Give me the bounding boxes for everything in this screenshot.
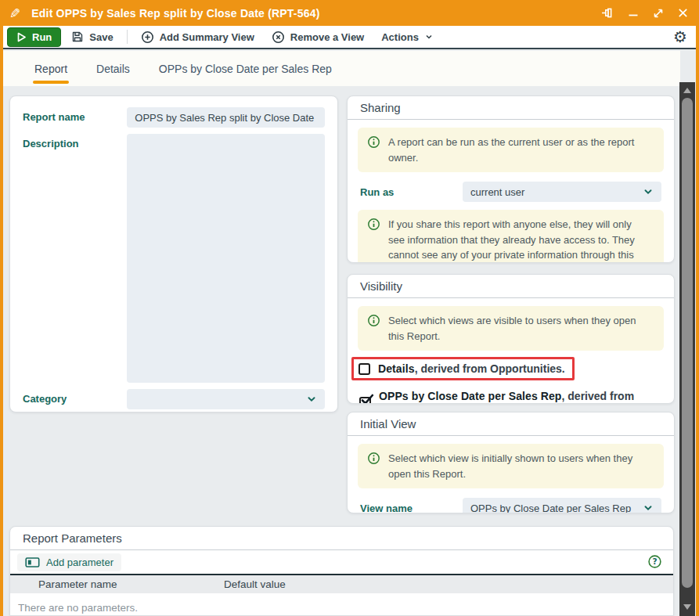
chevron-down-icon [424,32,434,41]
question-circle-icon: ? [647,554,662,569]
view-tabs: Report Details OPPs by Close Date per Sa… [3,51,680,86]
add-parameter-button[interactable]: Add parameter [17,553,121,571]
x-circle-icon [272,31,285,44]
report-name-input[interactable] [127,107,325,128]
description-row: Description [23,134,325,383]
column-parameter-name: Parameter name [38,578,224,590]
tab-details[interactable]: Details [96,51,130,86]
window-border-right [696,26,699,616]
scroll-up-arrow-icon[interactable] [683,88,691,93]
info-icon [367,135,380,149]
run-as-label: Run as [360,186,463,198]
view-derivation-text: , derived from Opportunities. [415,362,565,375]
play-icon [16,32,27,42]
title-bar: ✎ Edit OPPS by Sales Rep split by Close … [0,0,699,26]
initial-view-card: Initial View Select which view is initia… [347,412,675,513]
parameters-table-header: Parameter name Default value [10,574,673,593]
actions-menu-button[interactable]: Actions [374,28,441,46]
info-icon [367,314,380,327]
toolbar-divider [127,30,128,44]
view-name-label: View name [360,503,463,514]
visibility-info-box: Select which views are visible to users … [358,306,664,351]
view-name-select[interactable]: OPPs by Close Date per Sales Rep [463,498,661,513]
pin-window-button[interactable] [601,6,614,20]
info-icon [367,452,380,465]
edit-pencil-icon: ✎ [9,5,20,21]
description-label: Description [23,134,127,383]
close-button[interactable] [676,6,690,20]
scrollbar-thumb[interactable] [682,98,693,588]
details-view-checkbox-row: Details, derived from Opportunities. [359,362,565,375]
description-textarea[interactable] [127,134,325,383]
category-row: Category [23,389,325,409]
visibility-title: Visibility [348,275,674,298]
report-settings-card: Report name Description Category [9,95,338,412]
toolbar: Run Save Add Summary View Remove a View … [3,26,696,49]
report-editor-window: ✎ Edit OPPS by Sales Rep split by Close … [0,0,699,616]
vertical-scrollbar[interactable] [679,82,695,616]
remove-view-button[interactable]: Remove a View [265,27,371,47]
report-parameters-title: Report Parameters [10,527,673,550]
minimize-icon [627,7,640,20]
scroll-down-arrow-icon[interactable] [683,604,691,610]
checkmark-icon [360,394,373,405]
opps-view-checkbox-row: OPPs by Close Date per Sales Rep, derive… [359,390,664,404]
sharing-title: Sharing [348,96,674,120]
category-label: Category [23,389,127,409]
save-floppy-icon [71,31,84,43]
run-button[interactable]: Run [7,27,61,47]
details-view-highlight-annotation: Details, derived from Opportunities. [351,357,575,380]
maximize-button[interactable] [651,6,665,20]
window-title: Edit OPPS by Sales Rep split by Close Da… [31,7,319,20]
chevron-down-icon [306,394,317,405]
details-view-checkbox[interactable] [359,363,370,375]
view-name-text: Details [378,362,415,375]
window-border-left [0,26,3,616]
plus-circle-icon [141,31,154,44]
chevron-down-icon [643,186,654,197]
initial-view-title: Initial View [348,412,674,436]
maximize-icon [652,7,665,20]
view-name-row: View name OPPs by Close Date per Sales R… [360,498,661,513]
report-name-label: Report name [23,107,127,128]
minimize-button[interactable] [626,6,640,20]
view-name-text: OPPs by Close Date per Sales Rep [379,390,562,402]
opps-view-checkbox[interactable] [359,397,371,405]
sharing-card: Sharing A report can be run as the curre… [347,95,675,263]
report-name-row: Report name [23,107,325,128]
initial-view-info-box: Select which view is initially shown to … [358,444,664,488]
column-default-value: Default value [224,578,286,590]
tab-report[interactable]: Report [34,51,67,86]
chevron-down-icon [643,503,654,513]
parameter-field-icon [25,557,40,568]
parameters-empty-message: There are no parameters. [10,593,673,616]
category-select[interactable] [127,389,325,409]
sharing-info-box-2: If you share this report with anyone els… [358,210,664,263]
pin-icon [601,6,614,20]
add-summary-view-button[interactable]: Add Summary View [134,27,261,47]
save-button[interactable]: Save [64,27,120,46]
sharing-info-box-1: A report can be run as the current user … [358,128,664,172]
run-as-row: Run as current user [360,182,661,202]
window-controls [601,6,690,20]
settings-gear-icon[interactable]: ⚙ [668,29,692,45]
info-icon [367,218,380,231]
close-icon [677,7,689,19]
help-button[interactable]: ? [647,554,662,569]
run-as-select[interactable]: current user [463,182,661,202]
tab-opps-by-close-date[interactable]: OPPs by Close Date per Sales Rep [159,51,332,86]
report-parameters-card: Report Parameters Add parameter ? Parame… [9,526,674,616]
parameters-toolbar: Add parameter ? [10,550,673,574]
visibility-card: Visibility Select which views are visibl… [347,274,675,404]
svg-text:?: ? [652,557,657,566]
